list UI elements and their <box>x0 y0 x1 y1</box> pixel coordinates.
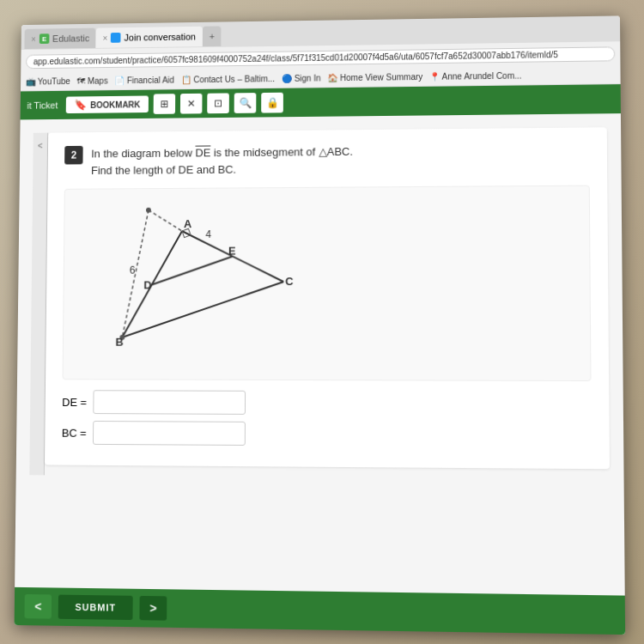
grid-icon: ⊞ <box>161 98 169 110</box>
bc-label: BC = <box>62 426 87 439</box>
measurement-ab: 6 <box>130 264 136 276</box>
de-input[interactable] <box>94 390 246 415</box>
dash-line-top <box>149 210 182 231</box>
de-label: DE = <box>62 396 87 409</box>
bookmark-financial-aid[interactable]: 📄 Financial Aid <box>114 76 174 86</box>
question-instruction: Find the length of DE and BC. <box>91 162 236 176</box>
diagram-container: A B C D E 4 6 <box>63 185 592 381</box>
tab-edulastic[interactable]: × E Edulastic <box>24 28 96 49</box>
question-text-part2: is the midsegment of △ABC. <box>210 145 353 159</box>
tab-edulastic-label: Edulastic <box>52 33 89 44</box>
question-card: 2 In the diagram below DE is the midsegm… <box>45 127 610 469</box>
edulastic-favicon: E <box>39 33 50 44</box>
bookmark-label: BOOKMARK <box>90 100 140 109</box>
search-button[interactable]: 🔍 <box>234 93 257 113</box>
bc-input[interactable] <box>93 421 246 446</box>
submit-button[interactable]: SUBMIT <box>58 595 133 620</box>
label-a: A <box>184 217 191 230</box>
grid-button[interactable]: ⊞ <box>154 94 176 114</box>
bookmark-sign-in[interactable]: 🔵 Sign In <box>282 74 320 83</box>
bookmark-button[interactable]: 🔖 BOOKMARK <box>66 95 149 113</box>
bookmark-contact-us[interactable]: 📋 Contact Us – Baltim... <box>181 74 275 84</box>
close-button[interactable]: ✕ <box>180 94 203 114</box>
bookmark-icon: 🔖 <box>75 99 88 111</box>
measurement-ae: 4 <box>205 228 211 240</box>
label-d: D <box>143 278 151 291</box>
bookmark-anne-arundel[interactable]: 📍 Anne Arundel Com... <box>429 71 521 82</box>
line-de <box>152 257 233 285</box>
question-header: 2 In the diagram below DE is the midsegm… <box>64 141 590 179</box>
label-e: E <box>228 244 236 257</box>
expand-icon: ⊡ <box>214 97 222 109</box>
main-content: < 2 In the diagram below DE is the midse… <box>15 113 625 595</box>
dash-line-left <box>122 210 149 337</box>
question-text-part1: In the diagram below <box>91 147 195 161</box>
nav-back-button[interactable]: < <box>24 594 52 619</box>
label-b: B <box>115 336 123 349</box>
tab-join-conversation[interactable]: × Join conversation <box>96 27 203 48</box>
bc-input-row: BC = <box>62 421 592 448</box>
tab-join-label: Join conversation <box>125 32 196 43</box>
label-c: C <box>285 275 293 288</box>
new-tab-icon: + <box>210 31 215 41</box>
segment-de: DE <box>195 146 210 159</box>
bookmark-maps[interactable]: 🗺 Maps <box>77 76 108 86</box>
tab-new[interactable]: + <box>203 26 222 46</box>
search-icon: 🔍 <box>239 97 252 109</box>
settings-icon: 🔒 <box>266 97 279 109</box>
tab-join-close-icon[interactable]: × <box>103 33 108 43</box>
nav-forward-button[interactable]: > <box>140 596 167 621</box>
close-icon: ✕ <box>187 98 196 110</box>
settings-button[interactable]: 🔒 <box>261 93 283 113</box>
address-bar[interactable]: app.edulastic.com/student/practice/6057f… <box>26 46 615 69</box>
chat-favicon <box>111 33 121 43</box>
bookmark-youtube[interactable]: 📺 YouTube <box>26 76 70 86</box>
bookmark-home-view[interactable]: 🏠 Home View Summary <box>327 72 422 82</box>
tab-close-icon[interactable]: × <box>31 34 36 44</box>
expand-button[interactable]: ⊡ <box>208 93 230 113</box>
exit-ticket-label: it Ticket <box>27 100 58 111</box>
geometry-diagram: A B C D E 4 6 <box>71 197 309 368</box>
de-input-row: DE = <box>62 390 592 416</box>
sidebar-toggle-icon: < <box>38 141 43 150</box>
question-text: In the diagram below DE is the midsegmen… <box>91 143 353 179</box>
question-number: 2 <box>64 146 83 165</box>
